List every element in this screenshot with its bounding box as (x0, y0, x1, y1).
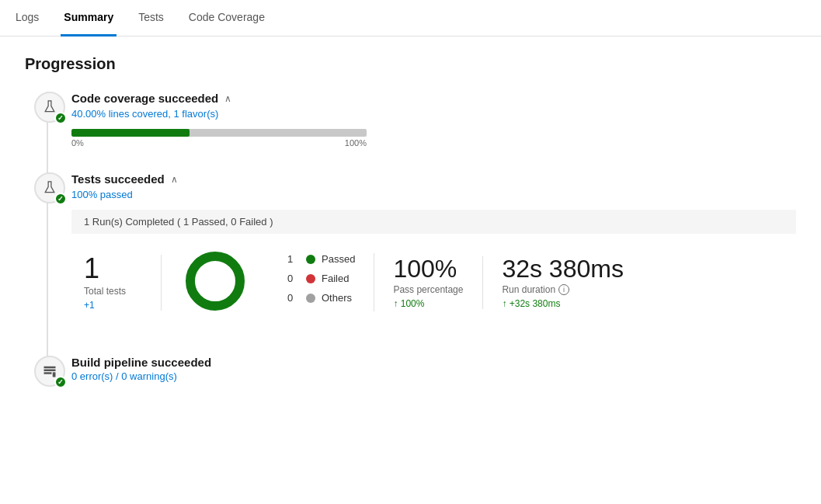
build-title: Build pipeline succeeded (71, 356, 796, 369)
tests-check-badge (54, 193, 67, 205)
coverage-track (71, 129, 367, 137)
legend-passed-label: Passed (322, 253, 355, 265)
info-icon[interactable]: i (558, 284, 569, 295)
legend-others: 0 Others (287, 292, 355, 304)
total-tests-label: Total tests (84, 286, 142, 297)
tab-summary[interactable]: Summary (61, 0, 117, 36)
main-content: Progression Code coverage succeeded ∧ 40… (0, 36, 821, 426)
passed-dot (306, 255, 315, 264)
build-icon (34, 356, 65, 387)
build-item: Build pipeline succeeded 0 error(s) / 0 … (71, 356, 796, 382)
pass-pct-number: 100% (393, 256, 464, 281)
tests-stats-header: 1 Run(s) Completed ( 1 Passed, 0 Failed … (71, 210, 796, 234)
flask-icon (42, 99, 57, 115)
pass-pct-label: Pass percentage (393, 284, 464, 295)
run-duration-label: Run duration i (502, 284, 624, 295)
tab-tests[interactable]: Tests (135, 0, 167, 36)
pass-pct-change: ↑ 100% (393, 298, 464, 309)
coverage-chevron[interactable]: ∧ (224, 93, 231, 104)
donut-area (162, 246, 269, 318)
timeline: Code coverage succeeded ∧ 40.00% lines c… (25, 92, 796, 382)
legend-failed-count: 0 (287, 273, 300, 284)
coverage-check-badge (54, 112, 67, 124)
legend-passed-count: 1 (287, 253, 300, 265)
tests-icon (34, 172, 65, 203)
tests-chevron[interactable]: ∧ (171, 174, 178, 185)
test-stats-body: 1 Total tests +1 (71, 234, 796, 331)
run-duration-area: 32s 380ms Run duration i ↑ +32s 380ms (483, 256, 642, 309)
build-check-badge (54, 376, 67, 388)
svg-point-1 (199, 265, 231, 297)
run-duration-label-text: Run duration (502, 284, 555, 295)
legend-others-label: Others (322, 292, 352, 304)
coverage-subtitle: 40.00% lines covered, 1 flavor(s) (71, 108, 796, 120)
tab-bar: Logs Summary Tests Code Coverage (0, 0, 821, 36)
total-tests-number: 1 (84, 255, 142, 283)
tab-logs[interactable]: Logs (12, 0, 42, 36)
coverage-item: Code coverage succeeded ∧ 40.00% lines c… (71, 92, 796, 148)
coverage-fill (71, 129, 190, 137)
others-dot (306, 294, 315, 303)
stat-total: 1 Total tests +1 (84, 255, 162, 311)
legend-failed: 0 Failed (287, 273, 355, 284)
tests-title: Tests succeeded (71, 172, 165, 186)
donut-chart (180, 246, 250, 316)
tab-coverage[interactable]: Code Coverage (186, 0, 268, 36)
tests-header: Tests succeeded ∧ (71, 172, 796, 186)
run-duration-change: ↑ +32s 380ms (502, 298, 624, 309)
tests-subtitle: 100% passed (71, 189, 796, 200)
pass-pct-area: 100% Pass percentage ↑ 100% (374, 256, 483, 309)
total-tests-change: +1 (84, 300, 142, 311)
coverage-progress: 0% 100% (71, 129, 367, 148)
build-subtitle: 0 error(s) / 0 warning(s) (71, 370, 796, 382)
run-duration-number: 32s 380ms (502, 256, 624, 281)
tests-flask-icon (42, 180, 57, 196)
section-title: Progression (25, 55, 796, 73)
coverage-title: Code coverage succeeded (71, 92, 218, 105)
coverage-label-0: 0% (71, 138, 84, 148)
coverage-header: Code coverage succeeded ∧ (71, 92, 796, 105)
tests-item: Tests succeeded ∧ 100% passed 1 Run(s) C… (71, 172, 796, 331)
legend: 1 Passed 0 Failed 0 Others (269, 253, 374, 311)
failed-dot (306, 274, 315, 283)
svg-rect-2 (53, 372, 56, 377)
legend-passed: 1 Passed (287, 253, 355, 265)
test-stats-box: 1 Run(s) Completed ( 1 Passed, 0 Failed … (71, 210, 796, 331)
coverage-label-100: 100% (345, 138, 367, 148)
legend-others-count: 0 (287, 292, 300, 304)
build-svg-icon (42, 363, 57, 379)
legend-failed-label: Failed (322, 273, 349, 284)
coverage-icon (34, 92, 65, 123)
coverage-labels: 0% 100% (71, 138, 367, 148)
